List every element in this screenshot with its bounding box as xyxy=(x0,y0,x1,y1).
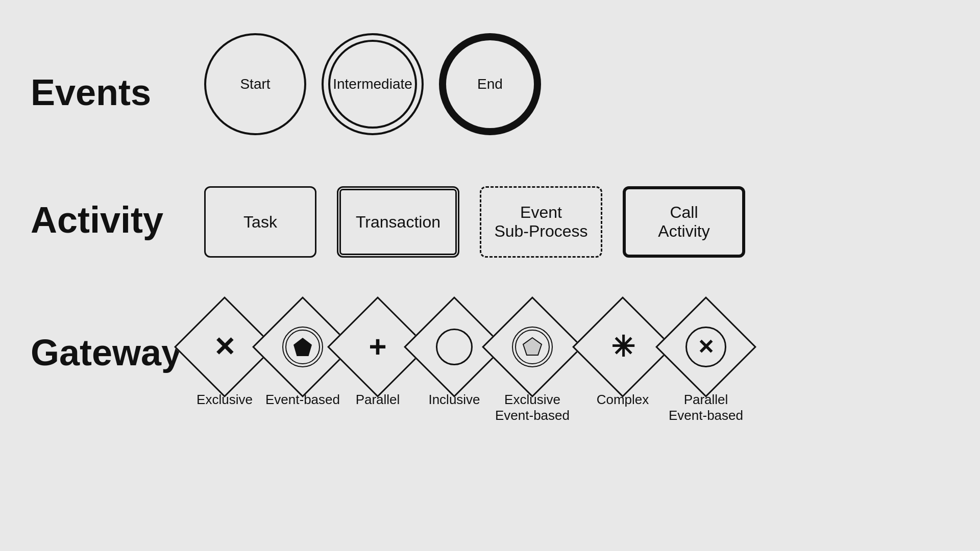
circle-x-icon: ✕ xyxy=(697,335,715,359)
inclusive-gateway: Inclusive xyxy=(419,311,490,408)
start-event-label: Start xyxy=(240,76,270,92)
parallel-event-based-gateway: ✕ Parallel Event-based xyxy=(669,311,743,423)
intermediate-event-inner: Intermediate xyxy=(328,40,417,129)
intermediate-event: Intermediate xyxy=(322,33,424,135)
complex-asterisk-icon: ✳ xyxy=(611,333,635,361)
task-box: Task xyxy=(204,186,316,258)
exclusive-gateway: ✕ Exclusive xyxy=(189,311,260,408)
parallel-plus-icon: + xyxy=(369,332,386,362)
event-based-gateway: Event-based xyxy=(265,311,340,408)
inclusive-circle-icon xyxy=(436,329,473,365)
excl-pentagon-icon xyxy=(522,337,543,357)
intermediate-event-label: Intermediate xyxy=(333,76,412,92)
pentagon-icon xyxy=(293,338,312,356)
task-label: Task xyxy=(243,213,277,232)
event-subprocess-box: Event Sub-Process xyxy=(480,186,602,258)
complex-gateway: ✳ Complex xyxy=(587,311,658,408)
exclusive-event-based-gateway: Exclusive Event-based xyxy=(495,311,570,423)
parallel-gateway: + Parallel xyxy=(342,311,413,408)
excl-event-based-inner-circle xyxy=(512,327,553,367)
event-subprocess-label: Event Sub-Process xyxy=(494,203,587,241)
end-event-label: End xyxy=(477,76,503,92)
transaction-label: Transaction xyxy=(356,213,440,232)
gateway-section-label: Gateway xyxy=(31,332,182,373)
svg-marker-0 xyxy=(523,338,542,355)
excl-event-based-diamond xyxy=(482,296,583,397)
parallel-event-based-diamond: ✕ xyxy=(655,296,756,397)
exclusive-x-icon: ✕ xyxy=(213,334,236,360)
end-event: End xyxy=(439,33,541,135)
parallel-event-circle-icon: ✕ xyxy=(685,327,726,367)
event-based-inner-circle xyxy=(282,327,323,367)
call-activity-box: Call Activity xyxy=(623,186,745,258)
activity-section-label: Activity xyxy=(31,199,163,241)
call-activity-label: Call Activity xyxy=(658,203,709,241)
events-section-label: Events xyxy=(31,71,151,113)
start-event: Start xyxy=(204,33,306,135)
transaction-box: Transaction xyxy=(337,186,459,258)
